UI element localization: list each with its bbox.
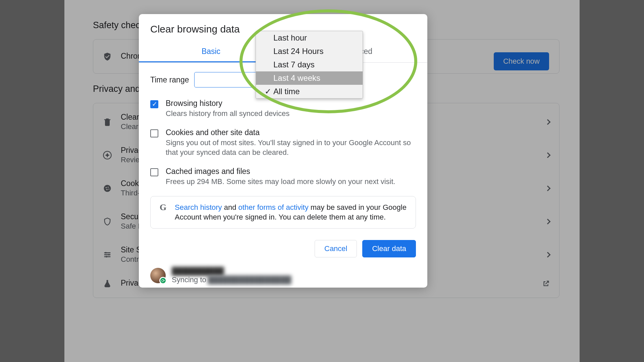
syncing-to-label: Syncing to xyxy=(172,276,206,284)
svg-point-2 xyxy=(106,187,107,188)
svg-point-5 xyxy=(108,188,109,189)
dropdown-option-all-time[interactable]: ✓All time xyxy=(256,85,363,98)
cookies-checkbox[interactable] xyxy=(150,129,158,137)
time-range-dropdown[interactable]: Last hour Last 24 Hours Last 7 days Last… xyxy=(256,31,363,99)
svg-point-1 xyxy=(104,185,111,192)
option-desc: Signs you out of most sites. You'll stay… xyxy=(166,138,416,158)
trash-icon xyxy=(103,117,112,127)
clear-browsing-data-dialog: Clear browsing data Basic Advanced Time … xyxy=(139,14,427,288)
option-title: Browsing history xyxy=(166,99,289,108)
time-range-label: Time range xyxy=(150,75,189,84)
option-browsing-history[interactable]: Browsing history Clears history from all… xyxy=(150,99,416,119)
shield-icon xyxy=(103,52,112,61)
option-desc: Clears history from all synced devices xyxy=(166,109,289,119)
cookie-icon xyxy=(103,184,112,193)
option-cache[interactable]: Cached images and files Frees up 294 MB.… xyxy=(150,167,416,187)
sync-account-row[interactable]: ⟳ ██████████ Syncing to ████████████████ xyxy=(139,267,427,288)
dropdown-option-last-7-days[interactable]: Last 7 days xyxy=(256,58,363,71)
account-email: ████████████████ xyxy=(208,276,291,284)
compass-icon xyxy=(103,150,112,160)
browsing-history-checkbox[interactable] xyxy=(150,100,158,108)
svg-point-4 xyxy=(106,189,108,190)
cancel-button[interactable]: Cancel xyxy=(315,240,357,257)
cache-checkbox[interactable] xyxy=(150,168,158,176)
dropdown-option-last-4-weeks[interactable]: Last 4 weeks xyxy=(256,71,363,85)
sliders-icon xyxy=(103,250,112,259)
shield-outline-icon xyxy=(103,217,112,226)
chevron-right-icon xyxy=(545,152,551,158)
google-logo-icon: G xyxy=(158,202,168,213)
svg-point-3 xyxy=(108,186,109,187)
account-name: ██████████ xyxy=(172,267,291,276)
dropdown-option-last-24-hours[interactable]: Last 24 Hours xyxy=(256,45,363,58)
chevron-right-icon xyxy=(545,252,551,257)
google-info-box: G Search history and other forms of acti… xyxy=(150,196,416,229)
chevron-right-icon xyxy=(545,219,551,224)
chevron-right-icon xyxy=(545,119,551,125)
clear-data-button[interactable]: Clear data xyxy=(362,240,416,257)
avatar: ⟳ xyxy=(150,268,166,283)
svg-point-7 xyxy=(108,254,110,255)
svg-point-8 xyxy=(106,256,107,257)
svg-point-6 xyxy=(105,252,107,253)
option-title: Cookies and other site data xyxy=(166,128,416,137)
sync-badge-icon: ⟳ xyxy=(159,277,167,284)
option-title: Cached images and files xyxy=(166,167,395,176)
option-cookies[interactable]: Cookies and other site data Signs you ou… xyxy=(150,128,416,158)
open-external-icon xyxy=(542,280,550,287)
chevron-right-icon xyxy=(545,185,551,191)
dropdown-option-last-hour[interactable]: Last hour xyxy=(256,31,363,45)
checkmark-icon: ✓ xyxy=(265,87,270,96)
option-desc: Frees up 294 MB. Some sites may load mor… xyxy=(166,177,395,187)
check-now-button[interactable]: Check now xyxy=(494,52,549,70)
search-history-link[interactable]: Search history xyxy=(175,203,222,212)
info-text: Search history and other forms of activi… xyxy=(175,202,408,222)
other-activity-link[interactable]: other forms of activity xyxy=(238,203,309,212)
flask-icon xyxy=(103,279,112,288)
